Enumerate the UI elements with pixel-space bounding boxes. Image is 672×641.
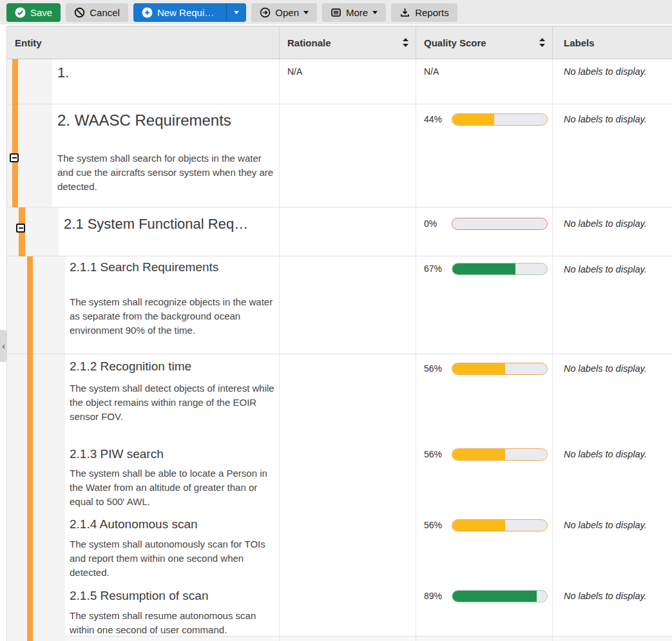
column-header-rationale[interactable]: Rationale [280,26,416,59]
entity-cell [7,636,280,641]
rationale-cell [280,636,416,641]
rationale-cell: N/A [280,59,416,104]
quality-progress-bar [452,263,548,275]
table-row[interactable]: 2.1.5 Resumption of scan The system shal… [7,581,672,636]
entity-description: The system shall resume autonomous scan … [70,609,279,637]
labels-cell: No labels to display. [553,581,672,637]
quality-score-cell: 56% [416,354,553,439]
labels-cell: No labels to display. [553,59,672,104]
entity-title: 1. [57,64,279,81]
cancel-button-label: Cancel [90,7,120,18]
entity-cell: 2.1.2 Recognition time The system shall … [7,354,280,439]
no-labels-text: No labels to display. [553,510,672,530]
collapse-toggle-level2[interactable] [16,224,25,233]
new-requirement-label: New Requi… [157,7,214,18]
cancel-button[interactable]: Cancel [66,3,128,22]
entity-title: 2.1.5 Resumption of scan [70,588,279,604]
entity-cell: 2.1 System Functional Req… [7,207,280,256]
entity-description: The system shall search for objects in t… [57,151,279,194]
table-row[interactable]: 2.1.1 Search Requirements The system sha… [7,256,672,354]
labels-cell: No labels to display. [553,256,672,354]
new-requirement-button[interactable]: New Requi… [133,3,222,22]
quality-value: N/A [416,59,552,77]
entity-title: 2. WAASC Requirements [57,111,279,130]
labels-cell: No labels to display. [553,439,672,510]
quality-percent: 56% [424,519,452,531]
rationale-cell [280,354,416,439]
labels-cell [553,636,672,641]
reports-button-label: Reports [415,7,449,18]
labels-cell: No labels to display. [553,354,672,439]
quality-score-cell [416,636,553,641]
rationale-cell [280,581,416,637]
column-header-labels[interactable]: Labels [553,26,672,59]
row-gutter [7,636,65,641]
table-row[interactable]: 2.1.4 Autonomous scan The system shall a… [7,510,672,581]
no-labels-text: No labels to display. [553,354,672,374]
entity-title: 2.1.3 PIW search [70,446,279,462]
entity-cell: 2.1.3 PIW search The system shall be abl… [7,439,280,510]
new-requirement-dropdown-toggle[interactable] [226,3,246,22]
quality-percent: 44% [424,113,452,126]
entity-description: The system shall detect objects of inter… [70,381,279,424]
rationale-cell [280,439,416,510]
quality-percent: 56% [424,363,452,375]
plus-circle-icon [142,7,153,18]
chevron-down-icon [234,11,239,14]
download-icon [399,7,410,18]
table-row[interactable]: 1. N/A N/A No labels to display. [7,59,672,104]
list-icon [331,7,341,18]
hierarchy-bar-level3 [27,256,33,641]
rationale-cell [280,510,416,581]
quality-score-cell: 56% [416,510,553,581]
entity-cell: 2.1.5 Resumption of scan The system shal… [7,581,280,637]
entity-description: The system shall be able to locate a Per… [70,466,279,509]
quality-score-cell: 56% [416,439,553,510]
ban-icon [74,7,85,18]
table-row[interactable] [7,636,672,641]
collapse-toggle-level1[interactable] [10,153,19,162]
open-dropdown-button[interactable]: Open [251,3,317,22]
entity-description: The system shall autonomously scan for T… [70,537,279,580]
chevron-down-icon [372,11,378,14]
table-row[interactable]: 2.1.2 Recognition time The system shall … [7,354,672,439]
arrow-right-circle-icon [260,7,271,18]
more-dropdown-button[interactable]: More [322,3,386,22]
table-row[interactable]: 2.1.3 PIW search The system shall be abl… [7,439,672,510]
no-labels-text: No labels to display. [553,256,672,274]
minus-icon [12,157,17,158]
save-button-label: Save [30,7,52,18]
no-labels-text: No labels to display. [553,439,672,459]
no-labels-text: No labels to display. [553,581,672,601]
quality-progress-bar [452,218,548,230]
no-labels-text: No labels to display. [553,59,672,77]
requirements-table: Entity Rationale Quality Score Labels [6,26,672,641]
save-button[interactable]: Save [6,3,61,22]
labels-cell: No labels to display. [553,510,672,581]
quality-percent: 89% [424,590,452,602]
rationale-cell [280,207,416,256]
quality-score-cell: 0% [416,207,553,256]
labels-cell: No labels to display. [553,207,672,256]
table-body: 1. N/A N/A No labels to display. 2. WAAS… [7,59,672,641]
quality-score-cell: 67% [416,256,553,354]
entity-cell: 2.1.1 Search Requirements The system sha… [7,256,280,354]
column-header-entity[interactable]: Entity [7,26,280,59]
quality-score-cell: 89% [416,581,553,637]
quality-percent: 67% [424,263,452,275]
sort-icon[interactable] [539,38,546,47]
minus-icon [19,227,23,229]
sort-icon[interactable] [402,38,409,47]
entity-title: 2.1.2 Recognition time [70,359,279,374]
column-header-quality-score[interactable]: Quality Score [416,26,553,59]
toolbar: Save Cancel New Requi… Open More [0,0,672,24]
reports-button[interactable]: Reports [391,3,457,22]
table-row[interactable]: 2.1 System Functional Req… 0% No labels … [7,207,672,256]
table-row[interactable]: 2. WAASC Requirements The system shall s… [7,104,672,207]
entity-cell: 2. WAASC Requirements The system shall s… [7,104,280,207]
more-button-label: More [346,7,368,18]
entity-cell: 2.1.4 Autonomous scan The system shall a… [7,510,280,581]
new-requirement-split-button: New Requi… [133,3,246,22]
check-circle-icon [15,7,26,18]
open-button-label: Open [275,7,299,18]
